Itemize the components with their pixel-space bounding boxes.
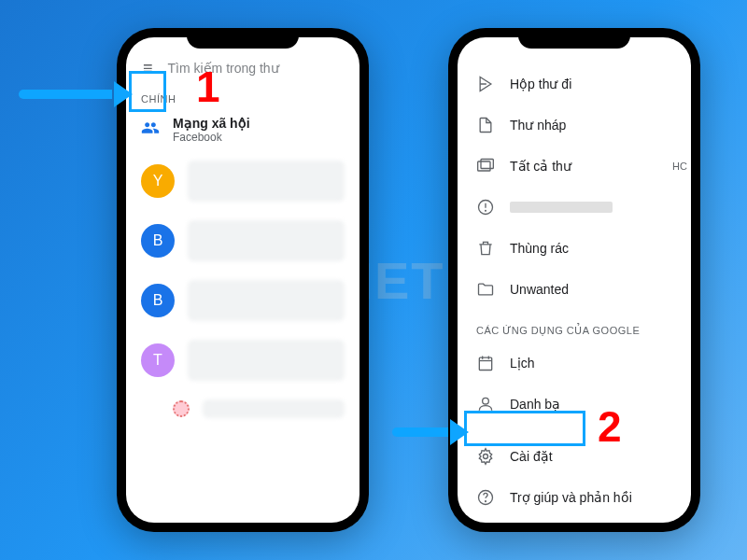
avatar: T — [141, 343, 175, 377]
folder-icon — [476, 280, 495, 299]
draft-icon — [476, 116, 495, 134]
svg-point-10 — [483, 398, 489, 404]
menu-label: Trợ giúp và phản hồi — [510, 490, 672, 505]
arrow-step-1 — [19, 90, 131, 99]
menu-label: Thùng rác — [510, 241, 672, 256]
menu-label: Danh bạ — [510, 397, 672, 412]
avatar: Y — [141, 164, 175, 198]
section-google-apps: CÁC ỨNG DỤNG CỦA GOOGLE — [458, 310, 691, 343]
menu-help[interactable]: Trợ giúp và phản hồi — [458, 477, 691, 518]
svg-point-13 — [486, 501, 486, 502]
phone-notch — [518, 28, 630, 49]
menu-spam[interactable] — [458, 187, 691, 228]
searchbar: ≡ Tìm kiếm trong thư — [126, 47, 359, 86]
send-icon — [476, 75, 495, 93]
screen-inbox: ≡ Tìm kiếm trong thư CHÍNH Mạng xã hội F… — [126, 37, 359, 523]
list-item[interactable] — [126, 390, 359, 427]
social-tab[interactable]: Mạng xã hội Facebook — [126, 108, 359, 151]
drawer-menu: Hộp thư đi Thư nháp Tất cả thư HC Thùng … — [458, 37, 691, 518]
social-title: Mạng xã hội — [173, 116, 250, 131]
list-item[interactable]: T — [126, 330, 359, 390]
redacted-text — [510, 202, 613, 213]
hamburger-icon[interactable]: ≡ — [139, 58, 157, 78]
menu-settings[interactable]: Cài đặt — [458, 436, 691, 477]
email-preview-blur — [203, 399, 345, 418]
menu-allmail[interactable]: Tất cả thư HC — [458, 146, 691, 187]
menu-label: Tất cả thư — [510, 159, 672, 174]
pending-icon — [173, 400, 190, 417]
svg-point-5 — [486, 210, 486, 211]
avatar: B — [141, 284, 175, 317]
social-sub: Facebook — [173, 131, 250, 144]
gear-icon — [476, 447, 495, 466]
menu-label: Hộp thư đi — [510, 77, 672, 91]
screen-drawer: Hộp thư đi Thư nháp Tất cả thư HC Thùng … — [458, 37, 691, 523]
spam-icon — [476, 198, 495, 217]
search-input[interactable]: Tìm kiếm trong thư — [168, 61, 279, 76]
email-preview-blur — [188, 220, 345, 261]
svg-rect-1 — [478, 161, 490, 171]
menu-contacts[interactable]: Danh bạ — [458, 384, 691, 425]
email-preview-blur — [188, 161, 345, 202]
menu-label: Lịch — [510, 356, 672, 371]
menu-unwanted[interactable]: Unwanted — [458, 269, 691, 310]
list-item[interactable]: Y — [126, 151, 359, 211]
help-icon — [476, 488, 495, 507]
badge-text: HC — [672, 161, 687, 172]
list-item[interactable]: B — [126, 211, 359, 271]
menu-outbox[interactable]: Hộp thư đi — [458, 63, 691, 105]
calendar-icon — [476, 354, 495, 372]
section-primary: CHÍNH — [126, 86, 359, 108]
phone-left: ≡ Tìm kiếm trong thư CHÍNH Mạng xã hội F… — [117, 28, 369, 532]
svg-rect-6 — [479, 357, 491, 370]
svg-point-11 — [484, 455, 488, 459]
menu-calendar[interactable]: Lịch — [458, 343, 691, 384]
menu-drafts[interactable]: Thư nháp — [458, 105, 691, 146]
trash-icon — [476, 239, 495, 258]
menu-label: Unwanted — [510, 282, 672, 297]
menu-label: Cài đặt — [510, 449, 672, 464]
allmail-icon — [476, 157, 495, 175]
people-icon — [141, 119, 160, 142]
menu-label: Thư nháp — [510, 118, 672, 133]
phone-notch — [187, 28, 299, 49]
menu-trash[interactable]: Thùng rác — [458, 228, 691, 269]
list-item[interactable]: B — [126, 271, 359, 330]
avatar: B — [141, 224, 175, 258]
svg-rect-2 — [481, 160, 493, 169]
email-preview-blur — [188, 280, 345, 321]
contacts-icon — [476, 395, 495, 413]
phone-right: Hộp thư đi Thư nháp Tất cả thư HC Thùng … — [448, 28, 700, 532]
email-preview-blur — [188, 340, 345, 381]
